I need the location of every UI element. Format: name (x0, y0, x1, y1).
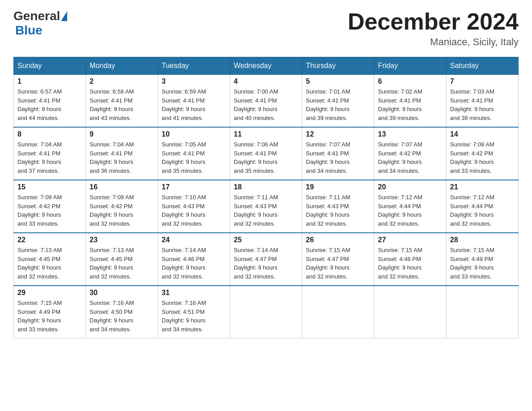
day-info: Sunrise: 7:02 AM Sunset: 4:41 PM Dayligh… (378, 87, 442, 122)
day-number: 10 (162, 130, 226, 138)
day-number: 18 (234, 183, 298, 191)
day-number: 30 (90, 289, 154, 297)
calendar-cell: 28 Sunrise: 7:15 AM Sunset: 4:49 PM Dayl… (446, 233, 519, 286)
calendar-cell: 10 Sunrise: 7:05 AM Sunset: 4:41 PM Dayl… (158, 127, 230, 180)
day-info: Sunrise: 7:09 AM Sunset: 4:42 PM Dayligh… (90, 193, 154, 228)
day-info: Sunrise: 7:13 AM Sunset: 4:45 PM Dayligh… (90, 246, 154, 281)
day-info: Sunrise: 7:12 AM Sunset: 4:44 PM Dayligh… (450, 193, 515, 228)
day-info: Sunrise: 7:13 AM Sunset: 4:45 PM Dayligh… (17, 246, 82, 281)
calendar-cell: 9 Sunrise: 7:04 AM Sunset: 4:41 PM Dayli… (86, 127, 158, 180)
day-number: 12 (306, 130, 370, 138)
calendar-cell (374, 286, 446, 338)
day-number: 21 (450, 183, 515, 191)
day-number: 5 (306, 77, 370, 86)
calendar-cell: 20 Sunrise: 7:12 AM Sunset: 4:44 PM Dayl… (374, 180, 446, 233)
calendar-week-1: 1 Sunrise: 6:57 AM Sunset: 4:41 PM Dayli… (14, 75, 519, 128)
day-info: Sunrise: 7:09 AM Sunset: 4:42 PM Dayligh… (17, 193, 82, 228)
day-number: 7 (450, 77, 515, 86)
logo-general: General (13, 9, 60, 23)
day-info: Sunrise: 7:11 AM Sunset: 4:43 PM Dayligh… (306, 193, 370, 228)
weekday-header-sunday: Sunday (14, 57, 86, 75)
calendar-week-5: 29 Sunrise: 7:15 AM Sunset: 4:49 PM Dayl… (14, 286, 519, 338)
day-info: Sunrise: 7:10 AM Sunset: 4:43 PM Dayligh… (162, 193, 226, 228)
day-info: Sunrise: 7:03 AM Sunset: 4:41 PM Dayligh… (450, 87, 515, 122)
calendar-cell: 11 Sunrise: 7:06 AM Sunset: 4:41 PM Dayl… (230, 127, 302, 180)
calendar-cell: 5 Sunrise: 7:01 AM Sunset: 4:41 PM Dayli… (302, 75, 374, 128)
calendar-cell: 26 Sunrise: 7:15 AM Sunset: 4:47 PM Dayl… (302, 233, 374, 286)
weekday-header-monday: Monday (86, 57, 158, 75)
day-number: 31 (162, 289, 226, 297)
weekday-header-row: SundayMondayTuesdayWednesdayThursdayFrid… (14, 57, 519, 75)
day-number: 13 (378, 130, 442, 138)
calendar-cell: 15 Sunrise: 7:09 AM Sunset: 4:42 PM Dayl… (14, 180, 86, 233)
location-title: Maniace, Sicily, Italy (348, 36, 519, 48)
calendar-cell: 21 Sunrise: 7:12 AM Sunset: 4:44 PM Dayl… (446, 180, 519, 233)
day-info: Sunrise: 7:04 AM Sunset: 4:41 PM Dayligh… (17, 140, 82, 175)
day-number: 14 (450, 130, 515, 138)
day-info: Sunrise: 7:15 AM Sunset: 4:47 PM Dayligh… (306, 246, 370, 281)
calendar-cell: 19 Sunrise: 7:11 AM Sunset: 4:43 PM Dayl… (302, 180, 374, 233)
calendar-cell: 6 Sunrise: 7:02 AM Sunset: 4:41 PM Dayli… (374, 75, 446, 128)
day-number: 2 (90, 77, 154, 86)
month-title: December 2024 (348, 9, 519, 34)
calendar-cell: 14 Sunrise: 7:08 AM Sunset: 4:42 PM Dayl… (446, 127, 519, 180)
calendar-cell: 27 Sunrise: 7:15 AM Sunset: 4:48 PM Dayl… (374, 233, 446, 286)
day-info: Sunrise: 7:01 AM Sunset: 4:41 PM Dayligh… (306, 87, 370, 122)
calendar-cell (446, 286, 519, 338)
day-number: 15 (17, 183, 82, 191)
day-number: 27 (378, 236, 442, 244)
day-info: Sunrise: 7:11 AM Sunset: 4:43 PM Dayligh… (234, 193, 298, 228)
day-info: Sunrise: 7:15 AM Sunset: 4:49 PM Dayligh… (17, 299, 82, 334)
calendar-cell: 12 Sunrise: 7:07 AM Sunset: 4:41 PM Dayl… (302, 127, 374, 180)
calendar-cell: 25 Sunrise: 7:14 AM Sunset: 4:47 PM Dayl… (230, 233, 302, 286)
day-info: Sunrise: 7:16 AM Sunset: 4:50 PM Dayligh… (90, 299, 154, 334)
calendar-week-2: 8 Sunrise: 7:04 AM Sunset: 4:41 PM Dayli… (14, 127, 519, 180)
weekday-header-wednesday: Wednesday (230, 57, 302, 75)
weekday-header-friday: Friday (374, 57, 446, 75)
day-info: Sunrise: 7:12 AM Sunset: 4:44 PM Dayligh… (378, 193, 442, 228)
calendar-cell: 17 Sunrise: 7:10 AM Sunset: 4:43 PM Dayl… (158, 180, 230, 233)
calendar-cell: 18 Sunrise: 7:11 AM Sunset: 4:43 PM Dayl… (230, 180, 302, 233)
calendar-cell (230, 286, 302, 338)
day-number: 3 (162, 77, 226, 86)
day-number: 17 (162, 183, 226, 191)
day-number: 23 (90, 236, 154, 244)
day-number: 20 (378, 183, 442, 191)
day-info: Sunrise: 7:15 AM Sunset: 4:49 PM Dayligh… (450, 246, 515, 281)
day-number: 4 (234, 77, 298, 86)
calendar-cell: 13 Sunrise: 7:07 AM Sunset: 4:42 PM Dayl… (374, 127, 446, 180)
day-number: 26 (306, 236, 370, 244)
title-area: December 2024 Maniace, Sicily, Italy (348, 9, 519, 48)
day-info: Sunrise: 7:06 AM Sunset: 4:41 PM Dayligh… (234, 140, 298, 175)
calendar-week-3: 15 Sunrise: 7:09 AM Sunset: 4:42 PM Dayl… (14, 180, 519, 233)
day-info: Sunrise: 7:07 AM Sunset: 4:42 PM Dayligh… (378, 140, 442, 175)
calendar-cell: 1 Sunrise: 6:57 AM Sunset: 4:41 PM Dayli… (14, 75, 86, 128)
day-info: Sunrise: 7:00 AM Sunset: 4:41 PM Dayligh… (234, 87, 298, 122)
day-number: 1 (17, 77, 82, 86)
day-info: Sunrise: 7:08 AM Sunset: 4:42 PM Dayligh… (450, 140, 515, 175)
calendar-cell: 3 Sunrise: 6:59 AM Sunset: 4:41 PM Dayli… (158, 75, 230, 128)
calendar-cell: 31 Sunrise: 7:16 AM Sunset: 4:51 PM Dayl… (158, 286, 230, 338)
weekday-header-saturday: Saturday (446, 57, 519, 75)
calendar-cell (302, 286, 374, 338)
weekday-header-thursday: Thursday (302, 57, 374, 75)
page-header: General Blue December 2024 Maniace, Sici… (13, 9, 519, 48)
day-number: 25 (234, 236, 298, 244)
day-number: 6 (378, 77, 442, 86)
day-info: Sunrise: 7:07 AM Sunset: 4:41 PM Dayligh… (306, 140, 370, 175)
day-info: Sunrise: 7:05 AM Sunset: 4:41 PM Dayligh… (162, 140, 226, 175)
day-info: Sunrise: 6:59 AM Sunset: 4:41 PM Dayligh… (162, 87, 226, 122)
calendar-cell: 29 Sunrise: 7:15 AM Sunset: 4:49 PM Dayl… (14, 286, 86, 338)
day-info: Sunrise: 6:57 AM Sunset: 4:41 PM Dayligh… (17, 87, 82, 122)
calendar-cell: 7 Sunrise: 7:03 AM Sunset: 4:41 PM Dayli… (446, 75, 519, 128)
day-info: Sunrise: 7:04 AM Sunset: 4:41 PM Dayligh… (90, 140, 154, 175)
calendar-cell: 23 Sunrise: 7:13 AM Sunset: 4:45 PM Dayl… (86, 233, 158, 286)
calendar-cell: 24 Sunrise: 7:14 AM Sunset: 4:46 PM Dayl… (158, 233, 230, 286)
day-number: 28 (450, 236, 515, 244)
calendar-week-4: 22 Sunrise: 7:13 AM Sunset: 4:45 PM Dayl… (14, 233, 519, 286)
day-info: Sunrise: 7:15 AM Sunset: 4:48 PM Dayligh… (378, 246, 442, 281)
day-number: 11 (234, 130, 298, 138)
day-number: 8 (17, 130, 82, 138)
calendar-cell: 16 Sunrise: 7:09 AM Sunset: 4:42 PM Dayl… (86, 180, 158, 233)
day-number: 9 (90, 130, 154, 138)
